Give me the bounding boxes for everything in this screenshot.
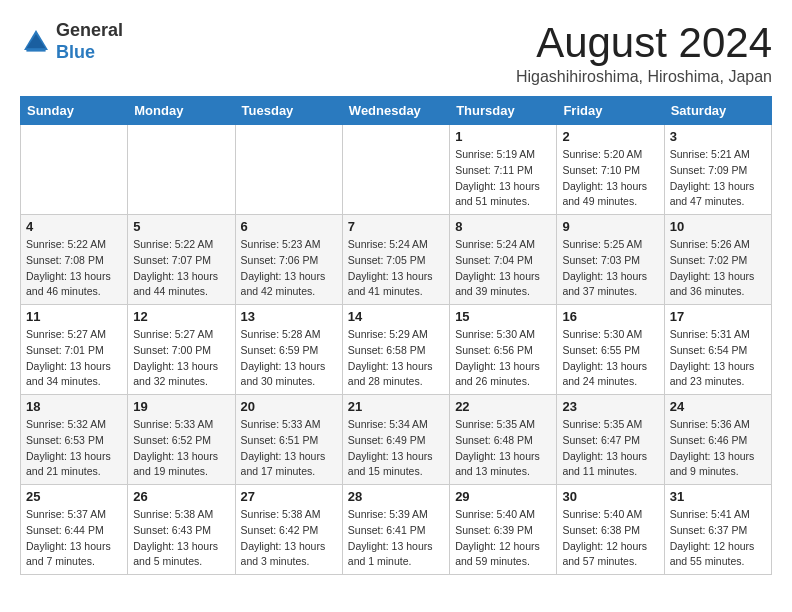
calendar-cell [21,125,128,215]
calendar-week-row: 1Sunrise: 5:19 AM Sunset: 7:11 PM Daylig… [21,125,772,215]
day-info: Sunrise: 5:29 AM Sunset: 6:58 PM Dayligh… [348,327,444,390]
day-info: Sunrise: 5:28 AM Sunset: 6:59 PM Dayligh… [241,327,337,390]
day-number: 23 [562,399,658,414]
weekday-header-sunday: Sunday [21,97,128,125]
day-info: Sunrise: 5:22 AM Sunset: 7:08 PM Dayligh… [26,237,122,300]
page-header: General Blue August 2024 Higashihiroshim… [20,20,772,86]
calendar-cell: 26Sunrise: 5:38 AM Sunset: 6:43 PM Dayli… [128,485,235,575]
day-number: 1 [455,129,551,144]
calendar-cell: 19Sunrise: 5:33 AM Sunset: 6:52 PM Dayli… [128,395,235,485]
day-number: 31 [670,489,766,504]
day-number: 7 [348,219,444,234]
day-info: Sunrise: 5:27 AM Sunset: 7:00 PM Dayligh… [133,327,229,390]
calendar-cell: 8Sunrise: 5:24 AM Sunset: 7:04 PM Daylig… [450,215,557,305]
day-info: Sunrise: 5:36 AM Sunset: 6:46 PM Dayligh… [670,417,766,480]
day-info: Sunrise: 5:38 AM Sunset: 6:42 PM Dayligh… [241,507,337,570]
calendar-cell [235,125,342,215]
day-number: 26 [133,489,229,504]
day-info: Sunrise: 5:40 AM Sunset: 6:39 PM Dayligh… [455,507,551,570]
calendar-table: SundayMondayTuesdayWednesdayThursdayFrid… [20,96,772,575]
day-info: Sunrise: 5:37 AM Sunset: 6:44 PM Dayligh… [26,507,122,570]
day-info: Sunrise: 5:19 AM Sunset: 7:11 PM Dayligh… [455,147,551,210]
day-number: 24 [670,399,766,414]
calendar-week-row: 25Sunrise: 5:37 AM Sunset: 6:44 PM Dayli… [21,485,772,575]
svg-rect-2 [26,48,45,51]
weekday-header-wednesday: Wednesday [342,97,449,125]
day-number: 3 [670,129,766,144]
day-info: Sunrise: 5:30 AM Sunset: 6:55 PM Dayligh… [562,327,658,390]
day-info: Sunrise: 5:35 AM Sunset: 6:47 PM Dayligh… [562,417,658,480]
weekday-header-thursday: Thursday [450,97,557,125]
logo-blue: Blue [56,42,95,62]
calendar-week-row: 4Sunrise: 5:22 AM Sunset: 7:08 PM Daylig… [21,215,772,305]
day-info: Sunrise: 5:38 AM Sunset: 6:43 PM Dayligh… [133,507,229,570]
day-info: Sunrise: 5:33 AM Sunset: 6:51 PM Dayligh… [241,417,337,480]
calendar-cell: 24Sunrise: 5:36 AM Sunset: 6:46 PM Dayli… [664,395,771,485]
day-info: Sunrise: 5:20 AM Sunset: 7:10 PM Dayligh… [562,147,658,210]
day-info: Sunrise: 5:22 AM Sunset: 7:07 PM Dayligh… [133,237,229,300]
day-info: Sunrise: 5:21 AM Sunset: 7:09 PM Dayligh… [670,147,766,210]
day-number: 29 [455,489,551,504]
calendar-cell: 4Sunrise: 5:22 AM Sunset: 7:08 PM Daylig… [21,215,128,305]
day-info: Sunrise: 5:35 AM Sunset: 6:48 PM Dayligh… [455,417,551,480]
calendar-cell: 18Sunrise: 5:32 AM Sunset: 6:53 PM Dayli… [21,395,128,485]
day-number: 4 [26,219,122,234]
day-info: Sunrise: 5:31 AM Sunset: 6:54 PM Dayligh… [670,327,766,390]
day-info: Sunrise: 5:27 AM Sunset: 7:01 PM Dayligh… [26,327,122,390]
logo: General Blue [20,20,123,63]
calendar-cell: 17Sunrise: 5:31 AM Sunset: 6:54 PM Dayli… [664,305,771,395]
day-number: 9 [562,219,658,234]
location-subtitle: Higashihiroshima, Hiroshima, Japan [516,68,772,86]
calendar-cell: 30Sunrise: 5:40 AM Sunset: 6:38 PM Dayli… [557,485,664,575]
calendar-cell [128,125,235,215]
month-year-title: August 2024 [516,20,772,66]
day-number: 14 [348,309,444,324]
day-number: 25 [26,489,122,504]
calendar-cell: 27Sunrise: 5:38 AM Sunset: 6:42 PM Dayli… [235,485,342,575]
calendar-cell: 3Sunrise: 5:21 AM Sunset: 7:09 PM Daylig… [664,125,771,215]
day-number: 6 [241,219,337,234]
day-info: Sunrise: 5:41 AM Sunset: 6:37 PM Dayligh… [670,507,766,570]
day-number: 20 [241,399,337,414]
day-number: 11 [26,309,122,324]
calendar-cell: 2Sunrise: 5:20 AM Sunset: 7:10 PM Daylig… [557,125,664,215]
day-number: 15 [455,309,551,324]
day-info: Sunrise: 5:32 AM Sunset: 6:53 PM Dayligh… [26,417,122,480]
weekday-header-row: SundayMondayTuesdayWednesdayThursdayFrid… [21,97,772,125]
weekday-header-friday: Friday [557,97,664,125]
day-info: Sunrise: 5:33 AM Sunset: 6:52 PM Dayligh… [133,417,229,480]
day-number: 19 [133,399,229,414]
calendar-cell: 15Sunrise: 5:30 AM Sunset: 6:56 PM Dayli… [450,305,557,395]
logo-icon [20,26,52,58]
day-info: Sunrise: 5:24 AM Sunset: 7:04 PM Dayligh… [455,237,551,300]
weekday-header-tuesday: Tuesday [235,97,342,125]
weekday-header-saturday: Saturday [664,97,771,125]
calendar-cell: 7Sunrise: 5:24 AM Sunset: 7:05 PM Daylig… [342,215,449,305]
calendar-week-row: 11Sunrise: 5:27 AM Sunset: 7:01 PM Dayli… [21,305,772,395]
calendar-cell: 9Sunrise: 5:25 AM Sunset: 7:03 PM Daylig… [557,215,664,305]
calendar-cell: 16Sunrise: 5:30 AM Sunset: 6:55 PM Dayli… [557,305,664,395]
calendar-week-row: 18Sunrise: 5:32 AM Sunset: 6:53 PM Dayli… [21,395,772,485]
calendar-cell: 11Sunrise: 5:27 AM Sunset: 7:01 PM Dayli… [21,305,128,395]
day-number: 21 [348,399,444,414]
calendar-cell: 22Sunrise: 5:35 AM Sunset: 6:48 PM Dayli… [450,395,557,485]
day-info: Sunrise: 5:40 AM Sunset: 6:38 PM Dayligh… [562,507,658,570]
calendar-cell: 1Sunrise: 5:19 AM Sunset: 7:11 PM Daylig… [450,125,557,215]
calendar-cell: 12Sunrise: 5:27 AM Sunset: 7:00 PM Dayli… [128,305,235,395]
day-number: 18 [26,399,122,414]
day-number: 17 [670,309,766,324]
day-info: Sunrise: 5:23 AM Sunset: 7:06 PM Dayligh… [241,237,337,300]
calendar-cell: 14Sunrise: 5:29 AM Sunset: 6:58 PM Dayli… [342,305,449,395]
day-info: Sunrise: 5:26 AM Sunset: 7:02 PM Dayligh… [670,237,766,300]
calendar-cell: 23Sunrise: 5:35 AM Sunset: 6:47 PM Dayli… [557,395,664,485]
day-number: 28 [348,489,444,504]
calendar-cell: 5Sunrise: 5:22 AM Sunset: 7:07 PM Daylig… [128,215,235,305]
calendar-cell: 28Sunrise: 5:39 AM Sunset: 6:41 PM Dayli… [342,485,449,575]
calendar-cell [342,125,449,215]
day-number: 8 [455,219,551,234]
calendar-cell: 21Sunrise: 5:34 AM Sunset: 6:49 PM Dayli… [342,395,449,485]
title-block: August 2024 Higashihiroshima, Hiroshima,… [516,20,772,86]
day-number: 27 [241,489,337,504]
day-number: 12 [133,309,229,324]
calendar-cell: 6Sunrise: 5:23 AM Sunset: 7:06 PM Daylig… [235,215,342,305]
